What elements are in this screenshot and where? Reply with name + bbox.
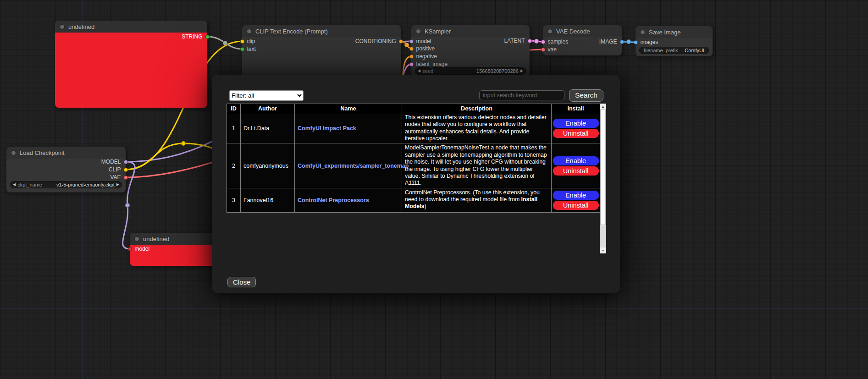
slot-dot[interactable] <box>409 39 414 44</box>
input-slot-text[interactable]: text <box>242 46 256 52</box>
column-header-install: Install <box>552 104 600 113</box>
collapse-dot-icon[interactable] <box>247 29 252 34</box>
slot-dot[interactable] <box>409 47 414 51</box>
collapse-dot-icon[interactable] <box>640 30 645 35</box>
node-title-label: KSampler <box>425 28 451 35</box>
output-slot-conditioning[interactable]: CONDITIONING <box>355 38 401 44</box>
uninstall-button[interactable]: Uninstall <box>553 129 599 138</box>
output-slot-clip[interactable]: CLIP <box>109 166 126 173</box>
decrement-arrow-icon[interactable]: ◀ <box>13 183 16 187</box>
column-header-author: Author <box>241 104 295 113</box>
node-vae-decode[interactable]: VAE Decode samples vae IMAGE <box>543 25 622 55</box>
slot-dot[interactable] <box>205 35 210 39</box>
input-slot-latent-image[interactable]: latent_image <box>411 61 448 67</box>
output-slot-vae[interactable]: VAE <box>110 174 126 181</box>
wire-dot <box>223 41 227 45</box>
scroll-down-icon[interactable]: ▼ <box>600 247 606 253</box>
node-undefined-top[interactable]: undefined STRING <box>55 21 207 108</box>
node-title[interactable]: Save Image <box>636 26 713 38</box>
decrement-arrow-icon[interactable]: ◀ <box>418 69 420 73</box>
slot-dot[interactable] <box>541 40 545 44</box>
collapse-dot-icon[interactable] <box>60 24 65 29</box>
node-title[interactable]: Load Checkpoint <box>6 147 126 159</box>
input-slot-clip[interactable]: clip <box>242 38 255 44</box>
slot-dot[interactable] <box>128 247 132 251</box>
output-slot-string[interactable]: STRING <box>182 33 207 40</box>
scrollbar-thumb[interactable] <box>600 110 606 225</box>
slot-dot[interactable] <box>240 39 244 44</box>
close-button[interactable]: Close <box>227 277 256 287</box>
wire-dot <box>125 203 130 208</box>
extension-link[interactable]: ControlNet Preprocessors <box>298 197 369 203</box>
table-header-row: ID Author Name Description Install <box>227 104 600 113</box>
enable-button[interactable]: Enable <box>553 156 599 165</box>
cell-description: ControlNet Preprocessors. (To use this e… <box>402 188 552 212</box>
increment-arrow-icon[interactable]: ▶ <box>116 183 119 187</box>
slot-dot[interactable] <box>620 40 624 44</box>
collapse-dot-icon[interactable] <box>11 150 16 155</box>
node-save-image[interactable]: Save Image images filename_prefix ComfyU… <box>636 26 713 56</box>
enable-button[interactable]: Enable <box>553 191 599 200</box>
node-load-checkpoint[interactable]: Load Checkpoint MODEL CLIP VAE ◀ ckpt_na… <box>6 147 126 192</box>
search-input[interactable] <box>479 90 564 100</box>
enable-button[interactable]: Enable <box>553 119 599 128</box>
cell-install: Enable Uninstall <box>552 143 600 188</box>
search-button[interactable]: Search <box>569 89 603 102</box>
cell-description: This extension offers various detector n… <box>402 113 552 143</box>
uninstall-button[interactable]: Uninstall <box>553 166 599 176</box>
output-slot-image[interactable]: IMAGE <box>599 38 622 45</box>
node-title-label: CLIP Text Encode (Prompt) <box>255 28 328 35</box>
cell-id: 1 <box>227 113 241 143</box>
table-row: 3 Fannovel16 ControlNet Preprocessors Co… <box>227 188 600 212</box>
cell-install: Enable Uninstall <box>552 188 600 212</box>
extension-link[interactable]: ComfyUI Impact Pack <box>298 125 356 132</box>
scroll-up-icon[interactable]: ▲ <box>600 104 606 110</box>
filename-prefix-widget[interactable]: filename_prefix ComfyUI <box>639 47 709 54</box>
cell-install: Enable Uninstall <box>552 113 600 143</box>
input-slot-images[interactable]: images <box>636 39 658 45</box>
slot-dot[interactable] <box>528 39 532 43</box>
slot-dot[interactable] <box>399 39 403 44</box>
slot-dot[interactable] <box>124 160 128 164</box>
slot-dot[interactable] <box>409 62 414 66</box>
extension-link[interactable]: ComfyUI_experiments/sampler_tonemap <box>298 163 409 169</box>
node-title[interactable]: undefined <box>55 21 207 33</box>
collapse-dot-icon[interactable] <box>547 29 553 34</box>
input-slot-negative[interactable]: negative <box>411 53 437 60</box>
wire-dot <box>626 39 631 44</box>
collapse-dot-icon[interactable] <box>416 29 421 34</box>
node-graph-canvas[interactable]: undefined STRING CLIP Text Encode (Promp… <box>0 0 868 379</box>
slot-dot[interactable] <box>124 168 128 172</box>
output-slot-latent[interactable]: LATENT <box>504 38 530 44</box>
seed-widget[interactable]: ◀ seed 156680208700286 ▶ <box>415 67 526 75</box>
node-title-label: undefined <box>143 236 169 242</box>
slot-dot[interactable] <box>240 47 244 51</box>
wire-dot <box>534 39 539 44</box>
cell-description: ModelSamplerTonemapNoiseTest a node that… <box>402 143 552 188</box>
input-slot-samples[interactable]: samples <box>543 38 568 45</box>
table-row: 1 Dr.Lt.Data ComfyUI Impact Pack This ex… <box>227 113 600 143</box>
node-title[interactable]: VAE Decode <box>543 25 622 37</box>
input-slot-positive[interactable]: positive <box>411 45 435 52</box>
slot-dot[interactable] <box>409 55 414 59</box>
filter-select[interactable]: Filter: all <box>229 90 304 101</box>
node-title[interactable]: CLIP Text Encode (Prompt) <box>242 25 401 37</box>
input-slot-model[interactable]: model <box>130 246 149 252</box>
increment-arrow-icon[interactable]: ▶ <box>520 69 523 73</box>
slot-dot[interactable] <box>541 48 545 52</box>
node-title[interactable]: undefined <box>130 233 221 245</box>
output-slot-model[interactable]: MODEL <box>101 159 126 165</box>
cell-name: ComfyUI Impact Pack <box>295 113 402 143</box>
slot-dot[interactable] <box>124 176 128 180</box>
ckpt-name-widget[interactable]: ◀ ckpt_name v1-5-pruned-emaonly.ckpt ▶ <box>10 181 122 188</box>
input-slot-vae[interactable]: vae <box>543 46 557 53</box>
uninstall-button[interactable]: Uninstall <box>553 201 599 210</box>
cell-name: ControlNet Preprocessors <box>295 188 402 212</box>
collapse-dot-icon[interactable] <box>134 236 139 242</box>
scrollbar[interactable]: ▲ ▼ <box>600 104 606 253</box>
input-slot-model[interactable]: model <box>411 38 431 44</box>
extensions-table: ID Author Name Description Install 1 Dr.… <box>227 104 600 213</box>
slot-dot[interactable] <box>634 40 638 44</box>
node-title[interactable]: KSampler <box>411 25 530 37</box>
node-undefined-bottom[interactable]: undefined model <box>130 233 221 266</box>
